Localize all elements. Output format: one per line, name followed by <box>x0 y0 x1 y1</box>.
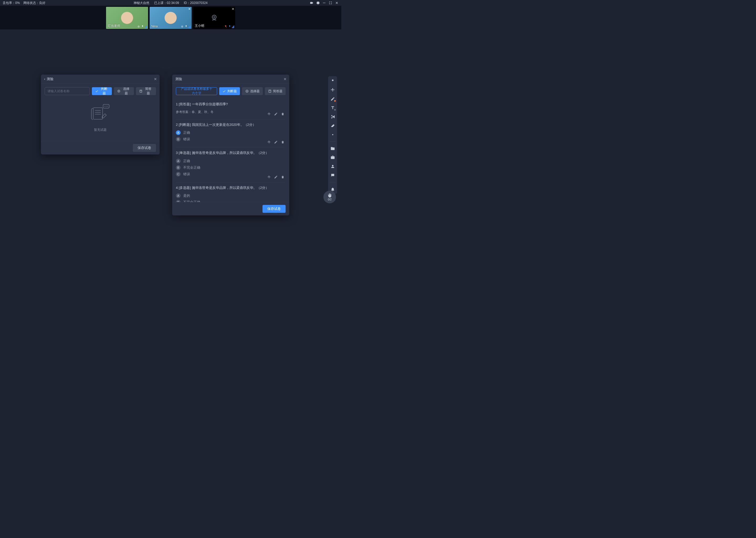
close-icon[interactable]: ✕ <box>283 77 287 81</box>
svg-point-18 <box>106 106 107 107</box>
close-icon[interactable]: ✕ <box>154 77 157 81</box>
svg-point-21 <box>247 91 248 92</box>
question-block: 4 [多选题] 施华洛世奇是反华品牌，所以梁鼎琪反华。（2分）A是的B不完全正确… <box>176 182 285 202</box>
network-status: 网络状态：良好 <box>24 1 45 5</box>
option-row[interactable]: A正确 <box>176 130 285 135</box>
add-choice-button[interactable]: 选择题 <box>114 87 134 95</box>
cursor-click-icon[interactable] <box>330 78 335 83</box>
brightness-icon[interactable] <box>330 132 335 137</box>
delete-icon[interactable] <box>281 112 285 116</box>
hand-icon <box>327 193 332 198</box>
svg-point-9 <box>118 91 119 91</box>
svg-point-6 <box>213 16 215 18</box>
mic-icon <box>228 25 231 28</box>
add-short-button[interactable]: 简答题 <box>265 87 286 95</box>
delete-icon[interactable] <box>281 175 285 179</box>
edit-icon[interactable] <box>274 140 278 144</box>
svg-point-19 <box>107 106 108 107</box>
close-video-icon[interactable]: ✕ <box>232 7 234 11</box>
camera-switch-icon[interactable] <box>310 1 313 5</box>
mic-muted-icon <box>224 25 227 28</box>
add-judge-button[interactable]: 判断题 <box>92 87 112 95</box>
option-text: 正确 <box>183 130 190 135</box>
option-row[interactable]: A是的 <box>176 193 285 198</box>
packet-loss: 丢包率：0% <box>3 1 20 5</box>
option-letter: B <box>176 137 181 141</box>
maximize-icon[interactable] <box>329 1 332 5</box>
panel-header: 测验 ✕ <box>172 75 289 83</box>
add-choice-button[interactable]: 选择题 <box>242 87 263 95</box>
question-block: 3 [单选题] 施华洛世奇是反华品牌，所以梁鼎琪反华。（2分）A正确B不完全正确… <box>176 147 285 182</box>
text-icon[interactable] <box>330 105 335 110</box>
save-quiz-button[interactable]: 保存试卷 <box>133 144 156 152</box>
question-block: 2 [判断题] 我国宪法上一次更新是在2020年。（2分）A正确B错误 <box>176 119 285 147</box>
quiz-name-input[interactable]: 产品说试卷名称最多十六个字 <box>176 87 217 95</box>
option-row[interactable]: B不完全正确 <box>176 200 285 202</box>
close-video-icon[interactable]: ✕ <box>188 7 191 11</box>
mic-icon <box>185 25 188 28</box>
svg-point-24 <box>332 134 333 135</box>
course-title: 神秘大自然 <box>134 1 149 5</box>
option-letter: B <box>176 165 181 170</box>
option-text: 正确 <box>183 159 190 163</box>
question-actions <box>267 175 285 179</box>
question-title: 4 [多选题] 施华洛世奇是反华品牌，所以梁鼎琪反华。（2分） <box>176 186 285 190</box>
option-letter: B <box>176 200 181 202</box>
edit-icon[interactable] <box>274 112 278 116</box>
option-letter: A <box>176 159 181 163</box>
option-row[interactable]: B不完全正确 <box>176 165 285 170</box>
scissors-icon[interactable] <box>330 114 335 119</box>
session-id: ID：2020070324 <box>184 1 208 5</box>
raise-hand-button[interactable]: 0/2 <box>323 191 336 203</box>
back-icon[interactable]: ‹ <box>44 77 45 81</box>
delete-icon[interactable] <box>281 140 285 144</box>
minimize-icon[interactable] <box>322 1 326 5</box>
question-title: 1 [简答题] 一年四季分别是哪四季? <box>176 102 285 107</box>
panel-header: ‹ 测验 ✕ <box>41 75 160 83</box>
empty-illus-icon <box>88 103 112 124</box>
titlebar: 丢包率：0% 网络状态：良好 神秘大自然 已上课：02:34:09 ID：202… <box>0 0 341 6</box>
close-window-icon[interactable] <box>335 1 339 5</box>
empty-text: 暂无试题 <box>94 128 107 132</box>
signal-icon <box>188 26 191 28</box>
folder-icon[interactable] <box>330 146 335 151</box>
svg-rect-10 <box>140 90 142 92</box>
video-status-icons <box>224 25 234 28</box>
camera-off-icon <box>210 13 219 23</box>
signal-icon <box>145 26 147 28</box>
question-block: 1 [简答题] 一年四季分别是哪四季?参考答案：春、夏、秋、冬 <box>176 99 285 119</box>
option-letter: A <box>176 193 181 198</box>
add-judge-button[interactable]: 判断题 <box>219 87 240 95</box>
save-quiz-button[interactable]: 保存试卷 <box>262 205 286 213</box>
svg-rect-12 <box>93 108 103 119</box>
move-icon[interactable] <box>330 87 335 92</box>
edit-icon[interactable] <box>274 175 278 179</box>
question-list[interactable]: 1 [简答题] 一年四季分别是哪四季?参考答案：春、夏、秋、冬 2 [判断题] … <box>176 99 286 202</box>
target-icon <box>137 25 140 28</box>
pen-icon[interactable] <box>330 96 335 101</box>
move-icon[interactable] <box>267 112 271 116</box>
option-text: 不完全正确 <box>183 165 200 170</box>
svg-point-17 <box>105 106 105 107</box>
settings-icon[interactable] <box>316 1 320 5</box>
toolbox-icon[interactable] <box>330 155 335 160</box>
question-title: 2 [判断题] 我国宪法上一次更新是在2020年。（2分） <box>176 123 285 127</box>
video-tile[interactable]: ✕Nina <box>150 7 192 29</box>
quiz-panel-filled: 测验 ✕ 产品说试卷名称最多十六个字 判断题 选择题 简答题 1 [简答题] 一… <box>172 75 289 215</box>
eraser-icon[interactable] <box>330 123 335 128</box>
add-short-button[interactable]: 简答题 <box>136 87 156 95</box>
quiz-name-input[interactable] <box>45 87 90 95</box>
hand-count: 0/2 <box>328 198 332 201</box>
participant-name: Nina <box>151 25 158 28</box>
video-tile[interactable]: 叮当老师 <box>106 7 148 29</box>
video-tile[interactable]: ✕王小明 <box>193 7 235 29</box>
option-row[interactable]: A正确 <box>176 159 285 163</box>
move-icon[interactable] <box>267 140 271 144</box>
right-toolbar <box>328 76 337 194</box>
move-icon[interactable] <box>267 175 271 179</box>
person-icon[interactable] <box>330 164 335 169</box>
panel-title: 测验 <box>47 77 54 81</box>
video-status-icons <box>181 25 191 28</box>
chat-icon[interactable] <box>330 173 335 178</box>
option-text: 错误 <box>183 172 190 177</box>
